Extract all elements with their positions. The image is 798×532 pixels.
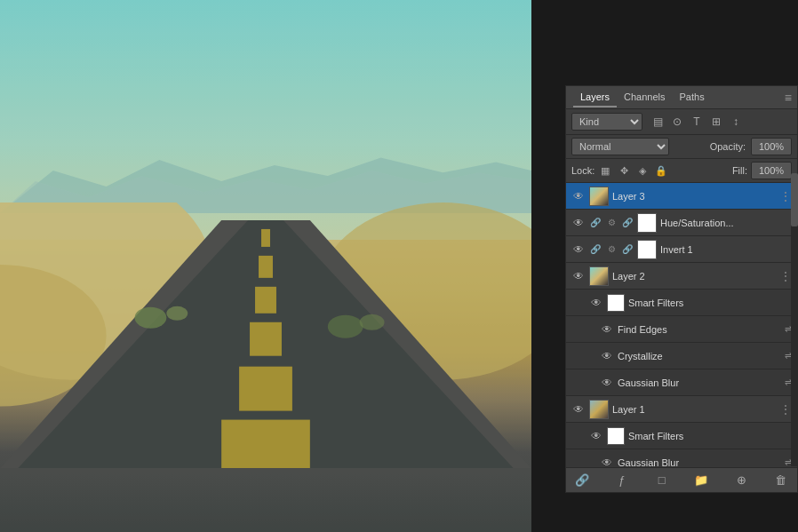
visibility-icon-find-edges[interactable]: 👁: [600, 322, 614, 337]
visibility-icon-crystallize[interactable]: 👁: [600, 349, 614, 363]
layer-row-crystallize[interactable]: 👁 Crystallize ⇌: [566, 343, 797, 369]
chain-icon-invert1: 🔗: [589, 243, 602, 256]
layer-name-invert1: Invert 1: [660, 244, 792, 255]
visibility-icon-gaussian1[interactable]: 👁: [600, 456, 614, 468]
layer-row-gaussian-blur-1[interactable]: 👁 Gaussian Blur ⇌: [566, 449, 797, 467]
lock-position-icon[interactable]: ◈: [635, 163, 650, 178]
layer-name-hue-sat: Hue/Saturation...: [660, 218, 792, 228]
blend-mode-select[interactable]: Normal: [571, 138, 669, 155]
layer-row-layer2[interactable]: 👁 Layer 2 ⋮: [566, 263, 797, 290]
panel-header: Layers Channels Paths ≡: [566, 86, 797, 109]
lock-all-icon[interactable]: 🔒: [654, 163, 668, 178]
visibility-icon-layer1[interactable]: 👁: [571, 402, 586, 417]
layer-name-layer3: Layer 3: [612, 191, 776, 202]
background-photo: [0, 0, 531, 532]
visibility-icon-layer2[interactable]: 👁: [571, 269, 586, 283]
layer-name-find-edges: Find Edges: [618, 324, 781, 335]
layer-row-hue-sat[interactable]: 👁 🔗 ⚙ 🔗 Hue/Saturation...: [566, 210, 797, 236]
lock-image-icon[interactable]: ✥: [617, 163, 631, 178]
scroll-icon-layer3: ⋮: [779, 189, 792, 203]
smart-filter-thumb-2: [607, 294, 625, 312]
opacity-input[interactable]: [751, 138, 792, 155]
layer-row-smart-filters-2[interactable]: 👁 Smart Filters: [566, 290, 797, 316]
thumb-layer2: [589, 266, 609, 286]
kind-pixel-icon[interactable]: ▤: [650, 114, 666, 130]
kind-type-icon[interactable]: T: [689, 114, 705, 130]
lock-row: Lock: ▦ ✥ ◈ 🔒 Fill:: [566, 159, 797, 183]
panel-footer: 🔗 ƒ □ 📁 ⊕ 🗑: [566, 467, 797, 492]
add-mask-button[interactable]: □: [653, 472, 671, 489]
layer-row-find-edges[interactable]: 👁 Find Edges ⇌: [566, 316, 797, 343]
scroll-icon-layer1: ⋮: [779, 402, 792, 417]
mask-thumb-hue-sat: [637, 213, 657, 233]
visibility-icon-invert1[interactable]: 👁: [571, 242, 586, 257]
tab-layers[interactable]: Layers: [573, 88, 617, 107]
vintage-overlay: [0, 0, 531, 532]
kind-smart-icon[interactable]: ↕: [728, 114, 744, 130]
layers-panel: Layers Channels Paths ≡ Kind ▤ ⊙ T ⊞ ↕ N…: [565, 85, 798, 493]
delete-layer-button[interactable]: 🗑: [772, 472, 790, 489]
layer-row-smart-filters-1[interactable]: 👁 Smart Filters: [566, 423, 797, 449]
layer-name-smart2: Smart Filters: [628, 298, 792, 308]
adj-icon-hue-sat: ⚙: [605, 217, 618, 229]
kind-adjustment-icon[interactable]: ⊙: [669, 114, 685, 130]
layer-name-crystallize: Crystallize: [618, 351, 781, 361]
fill-input[interactable]: [751, 162, 792, 179]
add-fx-button[interactable]: ƒ: [613, 472, 631, 489]
mask-thumb-invert1: [637, 240, 657, 259]
new-group-button[interactable]: 📁: [692, 472, 710, 489]
blend-row: Normal Opacity:: [566, 135, 797, 159]
link-layers-button[interactable]: 🔗: [573, 472, 591, 489]
visibility-icon-layer3[interactable]: 👁: [571, 189, 586, 203]
visibility-icon-smart1[interactable]: 👁: [589, 429, 603, 443]
thumb-layer1: [589, 400, 609, 419]
panel-scrollbar[interactable]: [791, 173, 798, 466]
layer-row-gaussian-blur-2[interactable]: 👁 Gaussian Blur ⇌: [566, 369, 797, 396]
chain-icon-hue-sat: 🔗: [589, 217, 602, 229]
thumb-layer3: [589, 187, 609, 206]
kind-row: Kind ▤ ⊙ T ⊞ ↕: [566, 109, 797, 135]
kind-shape-icon[interactable]: ⊞: [708, 114, 724, 130]
layers-list: 👁 Layer 3 ⋮ 👁 🔗 ⚙ 🔗 Hue/Saturation... 👁 …: [566, 183, 797, 467]
tab-channels[interactable]: Channels: [617, 88, 672, 107]
fill-label: Fill:: [732, 165, 747, 176]
link-icon-invert1: 🔗: [621, 243, 634, 256]
layer-row-layer1[interactable]: 👁 Layer 1 ⋮: [566, 396, 797, 423]
smart-filter-thumb-1: [607, 427, 625, 445]
link-icon-hue-sat: 🔗: [621, 217, 634, 229]
lock-label: Lock:: [571, 165, 595, 176]
kind-select[interactable]: Kind: [571, 113, 642, 131]
visibility-icon-smart2[interactable]: 👁: [589, 296, 603, 310]
layer-row-layer3[interactable]: 👁 Layer 3 ⋮: [566, 183, 797, 210]
layer-row-invert1[interactable]: 👁 🔗 ⚙ 🔗 Invert 1: [566, 236, 797, 263]
layer-name-layer1: Layer 1: [612, 404, 776, 415]
layer-name-gaussian2: Gaussian Blur: [618, 377, 781, 388]
layer-name-smart1: Smart Filters: [628, 431, 792, 441]
opacity-label: Opacity:: [710, 141, 746, 152]
layer-name-gaussian1: Gaussian Blur: [618, 457, 781, 468]
panel-menu-button[interactable]: ≡: [785, 91, 792, 105]
tab-paths[interactable]: Paths: [673, 88, 712, 107]
visibility-icon-hue-sat[interactable]: 👁: [571, 216, 586, 230]
scrollbar-thumb[interactable]: [791, 173, 798, 226]
visibility-icon-gaussian2[interactable]: 👁: [600, 376, 614, 390]
new-layer-button[interactable]: ⊕: [732, 472, 750, 489]
scroll-icon-layer2: ⋮: [779, 269, 792, 283]
layer-name-layer2: Layer 2: [612, 271, 776, 282]
lock-transparent-icon[interactable]: ▦: [598, 163, 612, 178]
adj-icon-invert1: ⚙: [605, 243, 618, 256]
